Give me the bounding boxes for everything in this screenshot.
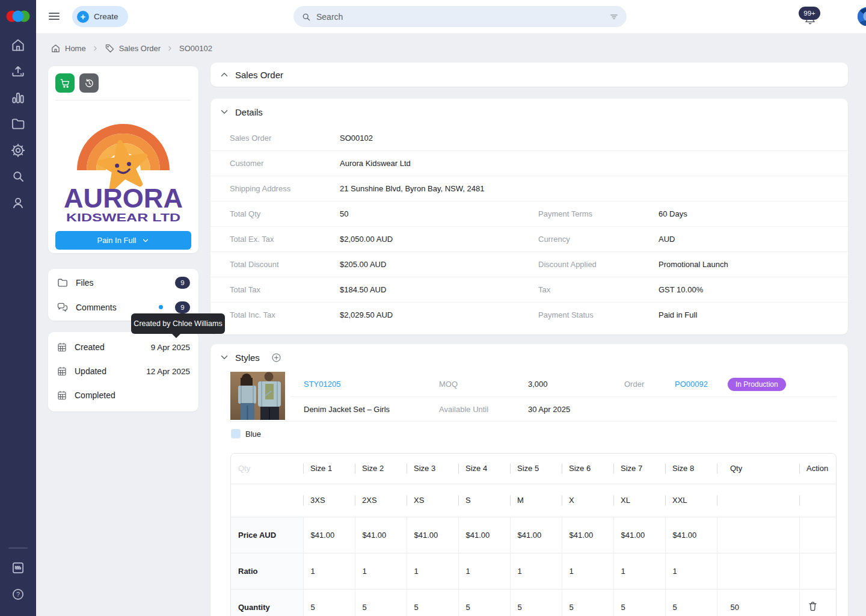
nav-analytics-icon[interactable] xyxy=(10,90,26,105)
breadcrumb-separator-icon xyxy=(91,45,99,52)
dates-card: Created 9 Apr 2025 Updated 12 Apr 2025 C… xyxy=(48,332,198,411)
column-header: Qty xyxy=(717,454,799,484)
delete-row-button[interactable] xyxy=(807,600,819,612)
field-value: GST 10.00% xyxy=(659,285,848,294)
add-style-button[interactable] xyxy=(271,352,282,363)
create-button-label: Create xyxy=(94,12,118,21)
breadcrumb-home[interactable]: Home xyxy=(51,43,86,54)
user-avatar[interactable] xyxy=(858,7,866,26)
cart-icon xyxy=(60,78,71,89)
quantity-row: Quantity 5 5 5 5 5 5 5 5 50 xyxy=(231,589,836,616)
row-label: Ratio xyxy=(231,553,303,589)
style-thumbnail[interactable] xyxy=(230,372,285,420)
nav-settings-icon[interactable] xyxy=(10,143,26,158)
detail-row: Sales Order SO00102 xyxy=(210,125,848,150)
calendar-icon xyxy=(57,366,67,377)
status-badge: In Production xyxy=(728,378,786,391)
ratio-cell: 1 xyxy=(355,553,407,589)
customer-logo-subtext: KIDSWEAR LTD xyxy=(66,212,180,224)
empty-cell xyxy=(717,517,799,553)
field-label: Total Inc. Tax xyxy=(230,310,340,319)
price-cell: $41.00 xyxy=(562,517,613,553)
size-label: XS xyxy=(407,484,458,517)
files-row[interactable]: Files 9 xyxy=(48,270,198,295)
history-icon xyxy=(84,78,95,89)
field-label: Payment Status xyxy=(538,310,659,319)
breadcrumb-current-label: SO00102 xyxy=(179,44,212,53)
field-label: Customer xyxy=(230,159,340,168)
details-section: Details Sales Order SO00102 Customer Aur… xyxy=(210,99,848,334)
updated-row: Updated 12 Apr 2025 xyxy=(48,359,198,383)
nav-upload-icon[interactable] xyxy=(10,63,26,79)
breadcrumb-sales-order-label: Sales Order xyxy=(119,44,161,53)
available-until-value: 30 Apr 2025 xyxy=(528,405,837,414)
size-label: 3XS xyxy=(303,484,355,517)
quantity-cell: 5 xyxy=(458,589,510,616)
style-code-link[interactable]: STY01205 xyxy=(304,380,439,389)
files-label: Files xyxy=(76,278,94,288)
ratio-row: Ratio 1 1 1 1 1 1 1 1 xyxy=(231,553,836,589)
collapse-sales-order-icon[interactable] xyxy=(219,69,230,80)
files-count-badge: 9 xyxy=(175,277,190,289)
field-value: SO00102 xyxy=(340,134,538,143)
price-row: Price AUD $41.00 $41.00 $41.00 $41.00 $4… xyxy=(231,517,836,553)
ratio-cell: 1 xyxy=(458,553,510,589)
sales-order-title: Sales Order xyxy=(235,70,283,80)
nav-user-icon[interactable] xyxy=(10,195,26,211)
cart-button[interactable] xyxy=(55,73,75,93)
collapse-details-icon[interactable] xyxy=(219,106,230,117)
empty-cell xyxy=(799,484,836,517)
search-bar[interactable] xyxy=(293,6,627,27)
created-value: 9 Apr 2025 xyxy=(151,343,190,352)
nav-factory-icon[interactable] xyxy=(10,560,26,576)
available-until-label: Available Until xyxy=(439,405,528,414)
field-label: Shipping Address xyxy=(230,184,340,193)
search-input[interactable] xyxy=(316,12,604,22)
column-header: Size 2 xyxy=(355,454,407,484)
detail-row: Total Tax $184.50 AUD Tax GST 10.00% xyxy=(210,277,848,302)
field-value: Aurora Kidswear Ltd xyxy=(340,159,538,168)
tooltip-text: Created by Chloe Williams xyxy=(134,319,222,328)
table-header-row: Qty Size 1 Size 2 Size 3 Size 4 Size 5 S… xyxy=(231,454,836,484)
quantity-cell: 5 xyxy=(355,589,407,616)
price-cell: $41.00 xyxy=(303,517,355,553)
column-header: Size 8 xyxy=(665,454,717,484)
field-value: Paid in Full xyxy=(659,310,848,319)
create-button[interactable]: + Create xyxy=(72,6,128,27)
ratio-cell: 1 xyxy=(562,553,613,589)
tag-icon xyxy=(105,43,115,54)
column-header: Size 5 xyxy=(510,454,562,484)
ratio-cell: 1 xyxy=(613,553,665,589)
details-title: Details xyxy=(235,107,263,117)
row-label: Quantity xyxy=(231,589,303,616)
app-logo[interactable] xyxy=(5,5,31,28)
filter-icon[interactable] xyxy=(609,11,619,22)
breadcrumb-current[interactable]: SO00102 xyxy=(179,44,212,53)
trash-icon xyxy=(807,600,818,612)
column-header: Qty xyxy=(231,454,303,484)
nav-folder-icon[interactable] xyxy=(10,116,26,132)
quantity-cell: 5 xyxy=(510,589,562,616)
nav-home-icon[interactable] xyxy=(10,37,26,53)
field-label: Currency xyxy=(538,235,659,244)
collapse-styles-icon[interactable] xyxy=(219,352,230,363)
field-value: $205.00 AUD xyxy=(340,260,538,269)
breadcrumb-sales-order[interactable]: Sales Order xyxy=(105,43,161,54)
hamburger-menu-icon[interactable] xyxy=(47,9,61,23)
breadcrumb: Home Sales Order SO00102 xyxy=(51,39,212,57)
payment-status-button[interactable]: Pain In Full xyxy=(55,231,191,250)
nav-help-icon[interactable]: ? xyxy=(10,587,26,602)
notification-count-badge: 99+ xyxy=(799,7,820,20)
field-label: Total Ex. Tax xyxy=(230,235,340,244)
history-button[interactable] xyxy=(79,73,99,93)
nav-search-icon[interactable] xyxy=(10,168,26,184)
comments-label: Comments xyxy=(76,303,117,312)
column-header: Action xyxy=(799,454,836,484)
style-name: Denim Jacket Set – Girls xyxy=(304,405,439,414)
order-link[interactable]: PO00092 xyxy=(675,380,728,389)
ratio-cell: 1 xyxy=(407,553,458,589)
detail-row: Shipping Address 21 Sunshine Blvd, Byron… xyxy=(210,176,848,201)
divider xyxy=(230,421,837,422)
field-value: Promotional Launch xyxy=(659,260,848,269)
field-value: 60 Days xyxy=(659,209,848,218)
